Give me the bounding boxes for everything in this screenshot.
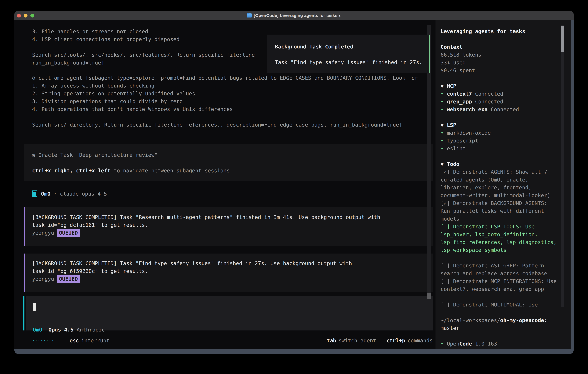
mcp-section: ▼ MCP • context7 Connected• grep_app Con… <box>441 82 558 113</box>
git-branch: master <box>441 325 459 331</box>
oracle-task-title: ◉ Oracle Task "Deep architecture review" <box>32 151 433 159</box>
text-line: 4. Path operations that don't handle Win… <box>32 105 418 113</box>
todo-item: [✓] Demonstrate BACKGROUND AGENTS: Run p… <box>441 199 558 223</box>
text-line: 1. Array access without bounds checking <box>32 82 418 90</box>
status-dot-icon: • <box>441 145 444 151</box>
checkbox-icon: [✓] <box>441 200 450 206</box>
active-model-name: Opus 4.5 <box>48 326 74 334</box>
tab-key-label: switch agent <box>338 337 376 344</box>
context-stat: 33% used <box>441 59 558 67</box>
window-right-edge <box>571 21 574 349</box>
model-status-line: OmO Opus 4.5 Anthropic <box>33 326 105 334</box>
record-icon: ◉ <box>32 152 35 158</box>
task-line-2: task_id="bg_dcfac161" to get results. <box>32 221 433 229</box>
zoom-window-button[interactable] <box>30 14 34 18</box>
close-window-button[interactable] <box>17 14 21 18</box>
tool-call-line: ⚙ call_omo_agent [subagent_type=explore,… <box>32 74 418 82</box>
status-dot-icon: • <box>441 99 444 104</box>
context-stat: $0.46 spent <box>441 67 558 74</box>
notification-title: Background Task Completed <box>275 43 429 51</box>
agent-square-icon <box>32 190 37 197</box>
status-dot-icon: • <box>441 130 444 136</box>
tab-key-hint: tab <box>327 337 336 344</box>
prompt-input[interactable]: OmO Opus 4.5 Anthropic <box>26 296 433 331</box>
lsp-item: • typescript <box>441 137 558 145</box>
context-heading: Context <box>441 43 558 51</box>
todo-item: [ ] Demonstrate MCP INTEGRATIONS: Use co… <box>441 277 558 293</box>
sidebar: Leveraging agents for tasks Context 66,5… <box>441 28 558 354</box>
todo-item: [✓] Demonstrate AGENTS: Show all 7 curat… <box>441 168 558 199</box>
window-bottom-edge <box>14 349 574 354</box>
gear-icon: ⚙ <box>32 75 35 81</box>
window-title: [OpenCode] Leveraging agents for tasks ◐ <box>254 13 341 18</box>
checkbox-icon: [✓] <box>441 169 450 175</box>
text-line <box>32 113 418 121</box>
active-agent-name: OmO <box>33 326 42 334</box>
text-line: 4. LSP client connections not properly d… <box>32 35 255 43</box>
ctrlp-key-hint: ctrl+p <box>387 337 405 344</box>
context-stat: 66,518 tokens <box>441 51 558 59</box>
lsp-heading[interactable]: ▼ LSP <box>441 121 558 129</box>
app-name-bold: Code <box>459 341 472 347</box>
queued-user: yeongyu <box>32 276 54 282</box>
navigation-hint: ctrl+x right, ctrl+x left to navigate be… <box>32 167 433 175</box>
input-accent-bar <box>23 296 24 331</box>
provider-name: Anthropic <box>76 326 105 334</box>
lsp-section: ▼ LSP • markdown-oxide• typescript• esli… <box>441 121 558 152</box>
queued-badge: QUEUED <box>57 275 80 283</box>
status-dot-icon: • <box>441 106 444 112</box>
text-line: 3. Division operations that could divide… <box>32 97 418 105</box>
text-line: Search src/tools/, src/hooks/, src/featu… <box>32 51 255 59</box>
message-text-block: 3. File handles or streams not closed4. … <box>32 28 255 67</box>
todo-item: [ ] Demonstrate LSP TOOLS: Use lsp_hover… <box>441 223 558 254</box>
status-bar: ········ esc interrupt tab switch agent … <box>32 337 433 344</box>
chevron-down-icon: ▼ <box>441 122 444 128</box>
minimize-window-button[interactable] <box>24 14 28 18</box>
lsp-item: • eslint <box>441 145 558 152</box>
task-line-2: task_id="bg_6f59260c" to get results. <box>32 267 433 275</box>
checkbox-icon: [ ] <box>441 278 450 284</box>
sidebar-scrollbar-thumb[interactable] <box>561 26 564 52</box>
text-line: 3. File handles or streams not closed <box>32 28 255 35</box>
window-controls <box>14 11 34 21</box>
task-line-1: [BACKGROUND TASK COMPLETED] Task "Resear… <box>32 213 433 221</box>
queued-badge: QUEUED <box>57 229 80 237</box>
mcp-heading[interactable]: ▼ MCP <box>441 82 558 90</box>
lsp-item: • markdown-oxide <box>441 129 558 137</box>
text-line <box>32 43 255 51</box>
mcp-item: • grep_app Connected <box>441 98 558 105</box>
checkbox-icon: [ ] <box>441 263 450 269</box>
text-line: run_in_background=true] <box>32 59 255 67</box>
main-scrollbar-thumb[interactable] <box>427 293 430 299</box>
agent-name: OmO <box>41 190 51 198</box>
todo-heading[interactable]: ▼ Todo <box>441 160 558 168</box>
folder-icon <box>247 13 252 18</box>
mcp-item: • websearch_exa Connected <box>441 105 558 113</box>
task-line-1: [BACKGROUND TASK COMPLETED] Task "Find t… <box>32 260 433 267</box>
separator-dot: · <box>51 190 60 198</box>
status-dot-icon: • <box>441 138 444 144</box>
agent-header: OmO · claude-opus-4-5 <box>32 190 107 198</box>
app-window: [OpenCode] Leveraging agents for tasks ◐… <box>14 11 574 354</box>
background-task-message: [BACKGROUND TASK COMPLETED] Task "Resear… <box>24 208 433 246</box>
repo-name: oh-my-opencode: <box>500 317 547 323</box>
todo-item: [ ] Demonstrate MULTIMODAL: Use <box>441 301 558 309</box>
version-line: • OpenCode 1.0.163 <box>441 340 558 348</box>
todo-item: [ ] Demonstrate AST-GREP: Pattern search… <box>441 262 558 277</box>
text-line: Search src/ directory. Return specific f… <box>32 121 418 129</box>
status-dot-icon: • <box>441 91 444 97</box>
chevron-down-icon: ▼ <box>441 161 444 167</box>
queued-user: yeongyu <box>32 230 54 236</box>
background-task-message: [BACKGROUND TASK COMPLETED] Task "Find t… <box>24 254 433 292</box>
workspace-path: ~/local-workspaces/oh-my-opencode:master <box>441 316 558 332</box>
oracle-task-box: ◉ Oracle Task "Deep architecture review"… <box>24 144 433 181</box>
context-section: Context 66,518 tokens33% used$0.46 spent <box>441 43 558 74</box>
ctrlp-key-label: commands <box>408 337 433 344</box>
checkbox-icon: [ ] <box>441 302 450 308</box>
spinner-dots-icon: ········ <box>32 337 54 344</box>
sidebar-scrollbar[interactable] <box>561 25 564 307</box>
background-task-notification: Background Task Completed Task "Find typ… <box>267 35 430 73</box>
chevron-down-icon: ▼ <box>441 83 444 89</box>
path-prefix: ~/local-workspaces/ <box>441 317 500 323</box>
notification-body: Task "Find type safety issues" finished … <box>275 58 429 66</box>
